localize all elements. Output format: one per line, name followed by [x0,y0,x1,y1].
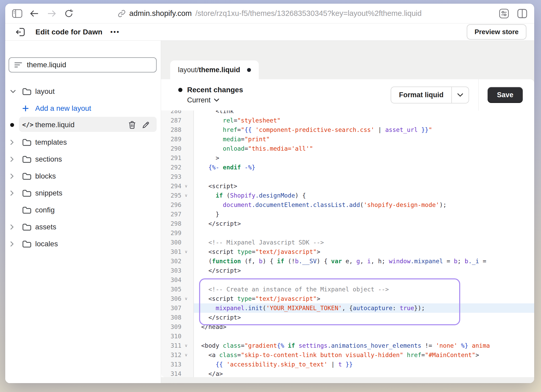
tree-row-marker [10,123,22,127]
code-line-308[interactable]: </script> [194,313,534,322]
sidebar-folder-sections[interactable]: sections [9,151,157,168]
format-options-chevron[interactable] [451,87,469,103]
trash-icon[interactable] [128,121,136,129]
code-line-304[interactable] [194,275,534,285]
browser-settings-icon[interactable] [498,8,510,19]
line-number-306: 306∨ [161,294,193,303]
fold-toggle-icon[interactable]: ∨ [181,341,191,350]
code-line-312[interactable]: <a class="skip-to-content-link button vi… [194,350,534,360]
code-line-309[interactable]: </head> [194,322,534,332]
sidebar-folder-locales[interactable]: locales [9,235,157,252]
code-line-293[interactable] [194,172,534,181]
sidebar-toggle-icon[interactable] [11,8,23,19]
sidebar-folder-templates[interactable]: templates [9,134,157,151]
version-dropdown[interactable]: Current [187,96,243,104]
sidebar-folder-layout[interactable]: layout [9,83,157,100]
code-line-290[interactable]: onload="this.media='all'" [194,144,534,153]
fold-toggle-icon[interactable]: ∨ [181,191,191,200]
fold-toggle-icon[interactable]: ∨ [181,294,191,303]
line-number-299: 299 [161,228,193,238]
folder-icon [22,88,32,95]
tree-item-label: config [35,206,55,214]
code-line-292[interactable]: {%- endif -%} [194,163,534,172]
code-line-297[interactable]: } [194,210,534,219]
code-line-296[interactable]: document.documentElement.classList.add('… [194,200,534,210]
code-file-icon: </> [22,121,33,128]
pencil-icon[interactable] [142,121,150,129]
more-actions-button[interactable]: ••• [110,28,120,36]
code-line-291[interactable]: > [194,153,534,163]
fold-toggle-icon[interactable]: ∨ [181,350,191,360]
code-line-310[interactable] [194,332,534,341]
chevron-right-icon[interactable] [10,139,14,145]
format-liquid-label[interactable]: Format liquid [391,87,451,103]
code-line-306[interactable]: <script type="text/javascript"> [194,294,534,303]
line-number-307: 307 [161,303,193,313]
tree-item-label: assets [35,223,56,231]
code-line-298[interactable]: </script> [194,219,534,228]
code-line-287[interactable]: rel="stylesheet" [194,116,534,125]
chevron-right-icon[interactable] [10,241,14,247]
editor-main: layout/theme.liquid Recent changes Curre… [161,41,534,383]
code-line-311[interactable]: <body class="gradient{% if settings.anim… [194,341,534,350]
code-line-305[interactable]: <!-- Create an instance of the Mixpanel … [194,285,534,294]
file-tree: layoutAdd a new layout</>theme.liquidtem… [9,83,157,252]
line-number-296: 296 [161,200,193,210]
back-icon[interactable] [29,8,40,19]
tree-row-marker [10,241,22,247]
line-number-310: 310 [161,332,193,341]
code-line-289[interactable]: media="print" [194,134,534,144]
code-editor[interactable]: 286287288289290291292293294∨295∨29629729… [161,111,534,377]
tree-item-label: sections [35,155,62,163]
fold-toggle-icon[interactable]: ∨ [181,247,191,256]
line-number-301: 301∨ [161,247,193,256]
sidebar-folder-assets[interactable]: assets [9,218,157,235]
chevron-down-icon[interactable] [10,90,16,93]
tab-layout-theme-liquid[interactable]: layout/theme.liquid [170,60,259,79]
add-new-layout-link[interactable]: Add a new layout [9,100,157,117]
preview-store-button[interactable]: Preview store [467,24,526,40]
address-bar[interactable]: admin.shopify.com/store/rzq1xu-f5/themes… [5,9,534,18]
code-line-307[interactable]: mixpanel.init('YOUR_MIXPANEL_TOKEN', {au… [194,303,534,313]
chevron-right-icon[interactable] [10,156,14,162]
url-path: /store/rzq1xu-f5/themes/132683530345?key… [195,9,422,18]
split-view-icon[interactable] [517,8,528,19]
sidebar-folder-blocks[interactable]: blocks [9,168,157,185]
code-line-314[interactable]: </a> [194,369,534,377]
chevron-right-icon[interactable] [10,173,14,179]
reload-icon[interactable] [63,8,75,19]
code-line-300[interactable]: <!-- Mixpanel Javascript SDK --> [194,238,534,247]
sidebar-file-theme-liquid[interactable]: </>theme.liquid [9,117,157,133]
code-line-288[interactable]: href="{{ 'component-predictive-search.cs… [194,125,534,134]
code-line-301[interactable]: <script type="text/javascript"> [194,247,534,256]
code-pane[interactable]: <link rel="stylesheet" href="{{ 'compone… [194,111,534,377]
code-line-286[interactable]: <link [194,111,534,116]
code-line-299[interactable] [194,228,534,238]
file-search-input[interactable]: theme.liquid [9,57,157,72]
line-number-286: 286 [161,111,193,116]
code-line-302[interactable]: (function (f, b) { if (!b.__SV) { var e,… [194,256,534,266]
save-button[interactable]: Save [488,87,523,103]
line-number-314: 314 [161,369,193,377]
code-line-294[interactable]: <script> [194,181,534,191]
chevron-right-icon[interactable] [10,224,14,230]
tree-row-marker [10,224,22,230]
line-number-297: 297 [161,210,193,219]
format-liquid-button[interactable]: Format liquid [391,87,469,103]
pencil-button[interactable] [142,121,150,129]
sidebar-folder-snippets[interactable]: snippets [9,185,157,201]
code-line-303[interactable]: </script> [194,266,534,275]
trash-button[interactable] [128,121,136,129]
code-line-295[interactable]: if (Shopify.designMode) { [194,191,534,200]
search-value: theme.liquid [27,61,66,69]
fold-toggle-icon[interactable]: ∨ [181,181,191,191]
sidebar-folder-config[interactable]: config [9,201,157,218]
chevron-right-icon[interactable] [10,190,14,196]
browser-toolbar: admin.shopify.com/store/rzq1xu-f5/themes… [5,4,534,23]
exit-editor-icon[interactable] [16,27,26,37]
line-number-289: 289 [161,134,193,144]
code-line-313[interactable]: {{ 'accessibility.skip_to_text' | t }} [194,360,534,369]
folder-icon [22,240,32,248]
forward-icon[interactable] [46,8,57,19]
line-number-288: 288 [161,125,193,134]
